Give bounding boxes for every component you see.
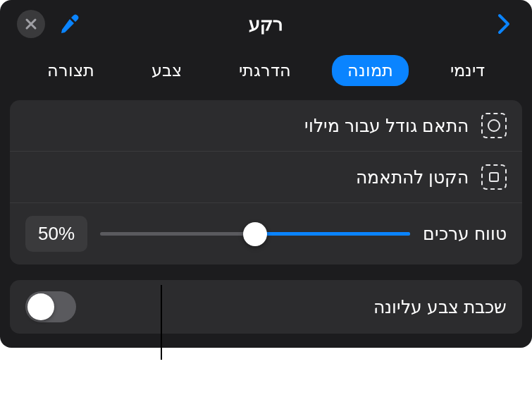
close-icon [25,18,37,30]
panel-title: רקע [249,13,283,35]
callout-line [161,285,162,360]
scale-fit-icon [481,164,507,190]
color-overlay-row: שכבת צבע עליונה [10,280,522,334]
scale-to-fill-row[interactable]: התאם גודל עבור מילוי [10,100,522,152]
background-panel: רקע תצורה צבע הדרגתי תמונה דינמי התאם גו… [0,0,532,348]
tab-image[interactable]: תמונה [332,55,409,86]
tab-preset[interactable]: תצורה [32,55,110,86]
slider-thumb[interactable] [243,222,267,246]
eyedropper-button[interactable] [56,10,85,38]
slider-fill [255,232,410,236]
switch-thumb [27,293,54,320]
tab-dynamic[interactable]: דינמי [435,55,500,86]
scale-slider-label: טווח ערכים [423,224,507,244]
image-options-section: התאם גודל עבור מילוי הקטן להתאמה טווח ער… [10,100,522,265]
overlay-section: שכבת צבע עליונה [10,280,522,334]
eyedropper-icon [59,13,82,35]
close-button[interactable] [17,10,45,38]
color-overlay-switch[interactable] [25,291,76,322]
background-type-tabs: תצורה צבע הדרגתי תמונה דינמי [0,48,532,100]
chevron-right-icon [496,13,512,35]
scale-value[interactable]: 50% [25,216,87,252]
scale-to-fit-label: הקטן להתאמה [25,167,469,188]
panel-header: רקע [0,0,532,48]
back-button[interactable] [493,13,515,35]
scale-slider-row: טווח ערכים 50% [10,203,522,265]
color-overlay-label: שכבת צבע עליונה [373,297,507,317]
scale-to-fill-label: התאם גודל עבור מילוי [25,116,469,136]
tab-gradient[interactable]: הדרגתי [223,55,307,86]
scale-to-fit-row[interactable]: הקטן להתאמה [10,152,522,203]
scale-slider[interactable] [100,232,410,236]
tab-color[interactable]: צבע [136,55,197,86]
scale-fill-icon [481,113,507,138]
